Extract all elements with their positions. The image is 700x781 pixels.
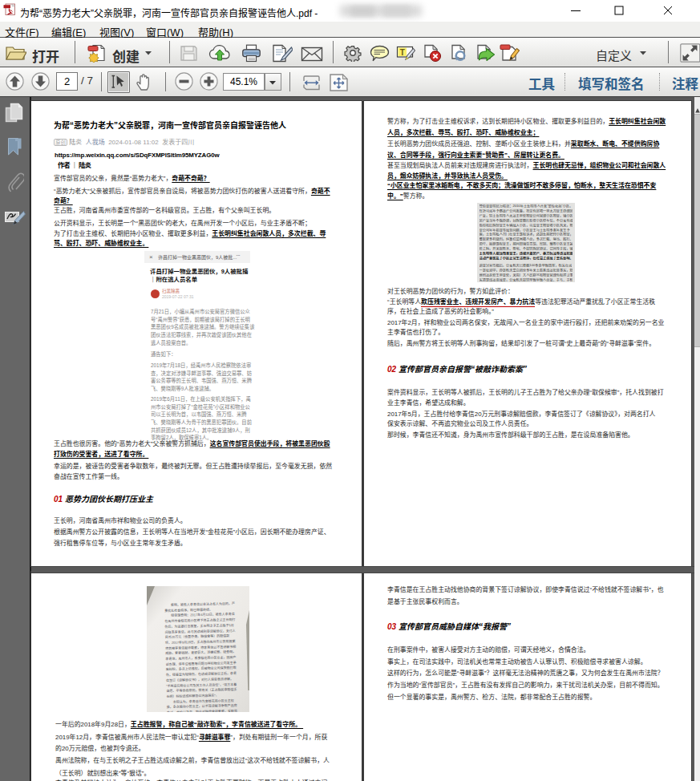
svg-text:T: T: [400, 48, 405, 57]
